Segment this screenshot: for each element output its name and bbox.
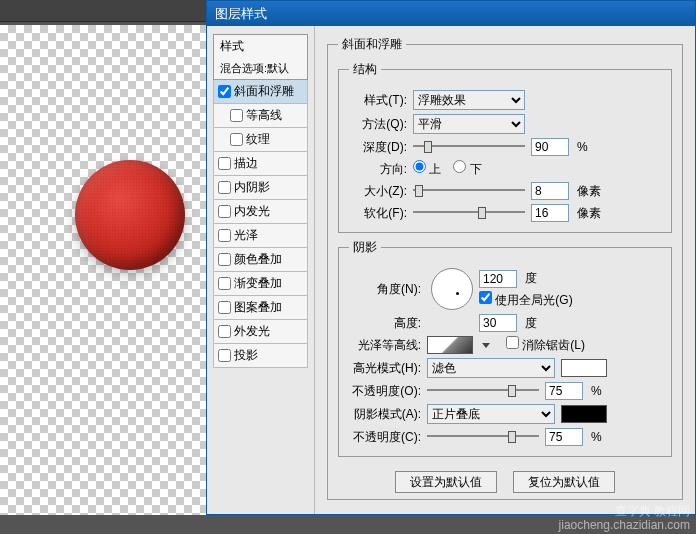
size-slider[interactable]: [413, 184, 525, 198]
sidebar-item-label: 描边: [234, 155, 258, 172]
highlight-mode-label: 高光模式(H):: [349, 360, 421, 377]
bevel-group: 斜面和浮雕 结构 样式(T): 浮雕效果 方法(Q): 平滑 深度(D):: [327, 36, 683, 500]
structure-group: 结构 样式(T): 浮雕效果 方法(Q): 平滑 深度(D): %: [338, 61, 672, 233]
make-default-button[interactable]: 设置为默认值: [395, 471, 497, 493]
angle-label: 角度(N):: [349, 281, 421, 298]
shadow-mode-label: 阴影模式(A):: [349, 406, 421, 423]
sidebar-item-label: 颜色叠加: [234, 251, 282, 268]
chevron-down-icon[interactable]: [482, 343, 490, 348]
shadow-mode-select[interactable]: 正片叠底: [427, 404, 555, 424]
technique-select[interactable]: 平滑: [413, 114, 525, 134]
highlight-opacity-unit: %: [591, 384, 602, 398]
highlight-opacity-input[interactable]: [545, 382, 583, 400]
shadow-opacity-label: 不透明度(C):: [349, 429, 421, 446]
shadow-color-swatch[interactable]: [561, 405, 607, 423]
sidebar-checkbox-8[interactable]: [218, 277, 231, 290]
sidebar-checkbox-1[interactable]: [230, 109, 243, 122]
sidebar-item-label: 外发光: [234, 323, 270, 340]
direction-down-radio[interactable]: 下: [453, 160, 481, 178]
depth-label: 深度(D):: [349, 139, 407, 156]
sidebar-item-8[interactable]: 渐变叠加: [213, 272, 308, 296]
sidebar-item-11[interactable]: 投影: [213, 344, 308, 368]
depth-slider[interactable]: [413, 140, 525, 154]
sidebar-checkbox-11[interactable]: [218, 349, 231, 362]
styles-sidebar: 样式 混合选项:默认 斜面和浮雕等高线纹理描边内阴影内发光光泽颜色叠加渐变叠加图…: [207, 26, 315, 514]
highlight-opacity-label: 不透明度(O):: [349, 383, 421, 400]
antialias-checkbox[interactable]: 消除锯齿(L): [506, 336, 585, 354]
depth-unit: %: [577, 140, 588, 154]
style-label: 样式(T):: [349, 92, 407, 109]
sidebar-item-3[interactable]: 描边: [213, 152, 308, 176]
sidebar-item-label: 内阴影: [234, 179, 270, 196]
technique-label: 方法(Q):: [349, 116, 407, 133]
shading-legend: 阴影: [349, 239, 381, 256]
sidebar-item-label: 渐变叠加: [234, 275, 282, 292]
sidebar-item-6[interactable]: 光泽: [213, 224, 308, 248]
style-select[interactable]: 浮雕效果: [413, 90, 525, 110]
bevel-legend: 斜面和浮雕: [338, 36, 406, 53]
size-label: 大小(Z):: [349, 183, 407, 200]
sidebar-checkbox-9[interactable]: [218, 301, 231, 314]
sidebar-checkbox-6[interactable]: [218, 229, 231, 242]
highlight-color-swatch[interactable]: [561, 359, 607, 377]
angle-dial[interactable]: [431, 268, 473, 310]
size-unit: 像素: [577, 183, 601, 200]
sidebar-checkbox-0[interactable]: [218, 85, 231, 98]
depth-input[interactable]: [531, 138, 569, 156]
sidebar-item-4[interactable]: 内阴影: [213, 176, 308, 200]
shading-group: 阴影 角度(N): 度 使用全局光(G) 高度:: [338, 239, 672, 457]
direction-label: 方向:: [349, 161, 407, 178]
sidebar-checkbox-7[interactable]: [218, 253, 231, 266]
angle-unit: 度: [525, 270, 537, 287]
sidebar-item-label: 投影: [234, 347, 258, 364]
sidebar-checkbox-2[interactable]: [230, 133, 243, 146]
angle-input[interactable]: [479, 270, 517, 288]
watermark: 查字典 教程网 jiaocheng.chazidian.com: [559, 504, 690, 532]
soften-label: 软化(F):: [349, 205, 407, 222]
shadow-opacity-unit: %: [591, 430, 602, 444]
shadow-opacity-input[interactable]: [545, 428, 583, 446]
soften-unit: 像素: [577, 205, 601, 222]
dialog-title: 图层样式: [207, 1, 695, 26]
sidebar-item-label: 图案叠加: [234, 299, 282, 316]
highlight-mode-select[interactable]: 滤色: [427, 358, 555, 378]
sidebar-checkbox-10[interactable]: [218, 325, 231, 338]
red-sphere-layer: [75, 160, 185, 270]
sidebar-item-label: 纹理: [246, 131, 270, 148]
soften-slider[interactable]: [413, 206, 525, 220]
soften-input[interactable]: [531, 204, 569, 222]
sidebar-item-7[interactable]: 颜色叠加: [213, 248, 308, 272]
reset-default-button[interactable]: 复位为默认值: [513, 471, 615, 493]
sidebar-header: 样式: [213, 34, 308, 58]
sidebar-item-label: 等高线: [246, 107, 282, 124]
layer-style-dialog: 图层样式 样式 混合选项:默认 斜面和浮雕等高线纹理描边内阴影内发光光泽颜色叠加…: [206, 0, 696, 515]
global-light-checkbox[interactable]: 使用全局光(G): [479, 293, 573, 307]
sidebar-item-label: 光泽: [234, 227, 258, 244]
blend-options[interactable]: 混合选项:默认: [213, 58, 308, 80]
sidebar-checkbox-3[interactable]: [218, 157, 231, 170]
altitude-label: 高度:: [349, 315, 421, 332]
sidebar-checkbox-4[interactable]: [218, 181, 231, 194]
sidebar-item-9[interactable]: 图案叠加: [213, 296, 308, 320]
sidebar-item-2[interactable]: 纹理: [213, 128, 308, 152]
sidebar-item-0[interactable]: 斜面和浮雕: [213, 80, 308, 104]
shadow-opacity-slider[interactable]: [427, 430, 539, 444]
sidebar-checkbox-5[interactable]: [218, 205, 231, 218]
sidebar-item-10[interactable]: 外发光: [213, 320, 308, 344]
structure-legend: 结构: [349, 61, 381, 78]
canvas: [0, 25, 206, 515]
sidebar-item-label: 斜面和浮雕: [234, 83, 294, 100]
size-input[interactable]: [531, 182, 569, 200]
altitude-input[interactable]: [479, 314, 517, 332]
sidebar-item-5[interactable]: 内发光: [213, 200, 308, 224]
sidebar-item-1[interactable]: 等高线: [213, 104, 308, 128]
direction-up-radio[interactable]: 上: [413, 160, 441, 178]
sidebar-item-label: 内发光: [234, 203, 270, 220]
highlight-opacity-slider[interactable]: [427, 384, 539, 398]
altitude-unit: 度: [525, 315, 537, 332]
contour-picker[interactable]: [427, 336, 473, 354]
contour-label: 光泽等高线:: [349, 337, 421, 354]
dialog-content: 斜面和浮雕 结构 样式(T): 浮雕效果 方法(Q): 平滑 深度(D):: [315, 26, 695, 514]
